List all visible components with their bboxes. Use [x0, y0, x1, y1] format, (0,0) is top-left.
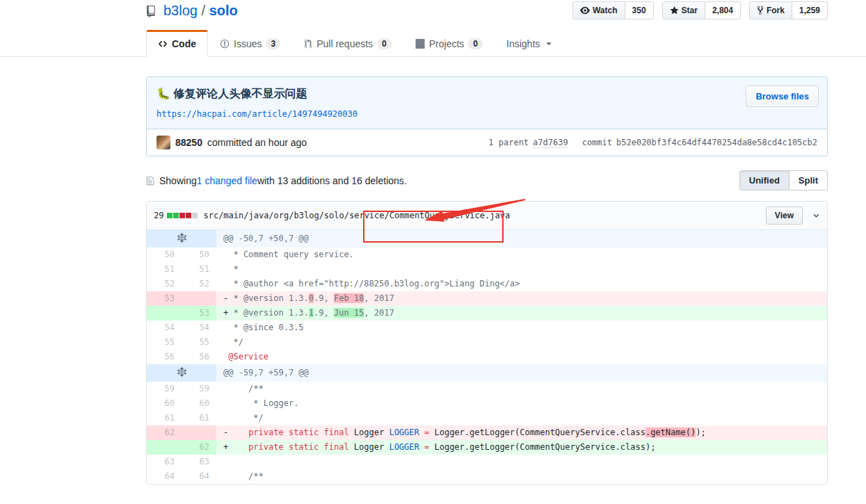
tab-insights[interactable]: Insights [495, 30, 564, 57]
code-line: * @since 0.3.5 [216, 320, 827, 335]
star-count[interactable]: 2,804 [705, 1, 741, 19]
commit-description-link[interactable]: https://hacpai.com/article/1497494920030 [157, 109, 358, 119]
expand-hunk-button[interactable] [147, 230, 216, 247]
project-icon [415, 39, 425, 49]
pulls-count-badge: 0 [377, 38, 392, 49]
new-line-number[interactable] [182, 291, 216, 306]
old-line-number[interactable]: 54 [147, 320, 182, 335]
projects-count-badge: 0 [468, 38, 483, 49]
unfold-icon [177, 367, 186, 377]
old-line-number[interactable]: 55 [147, 335, 182, 350]
old-line-number[interactable]: 59 [147, 382, 182, 396]
commit-box: 🐛 修复评论人头像不显示问题 Browse files https://hacp… [146, 76, 828, 156]
commit-label: commit [582, 138, 612, 147]
file-icon [146, 176, 154, 186]
star-button[interactable]: Star [662, 1, 705, 19]
diff-toc: Showing1 changed filewith 13 additions a… [146, 170, 828, 190]
diff-line-row: 53+ * @version 1.3.1.9, Jun 15, 2017 [147, 306, 827, 320]
diffstat: 29 [154, 211, 198, 220]
new-line-number[interactable]: 61 [182, 411, 216, 425]
old-line-number[interactable]: 62 [147, 425, 182, 440]
diff-line-row: 6161 */ [147, 411, 827, 425]
watch-group: Watch 350 [572, 1, 654, 19]
commit-meta: 88250 committed an hour ago 1 parent a7d… [147, 129, 827, 156]
issue-icon [220, 39, 230, 49]
old-line-number[interactable]: 64 [147, 469, 182, 484]
hunk-header-text: @@ -59,7 +59,7 @@ [216, 364, 827, 382]
diff-line-row: 5959 /** [147, 382, 827, 396]
old-line-number[interactable]: 61 [147, 411, 182, 425]
new-line-number[interactable]: 62 [182, 440, 216, 455]
diffstat-count: 29 [154, 211, 163, 220]
diffstat-block-deleted [186, 213, 191, 218]
new-line-number[interactable]: 59 [182, 382, 216, 396]
parent-label: 1 parent [488, 138, 529, 147]
diff-file: 29 src/main/java/org/b3log/solo/service/… [146, 201, 828, 485]
code-line: + private static final Logger LOGGER = L… [216, 440, 827, 455]
page-header: b3log / solo Watch 350 Star 2,804 [0, 0, 866, 57]
changed-files-summary: Showing1 changed filewith 13 additions a… [159, 175, 407, 186]
expand-hunk-button[interactable] [147, 364, 216, 382]
new-line-number[interactable]: 51 [182, 262, 216, 277]
fork-count[interactable]: 1,259 [792, 1, 828, 19]
diffstat-block-neutral [192, 213, 198, 218]
split-button[interactable]: Split [789, 170, 828, 190]
tab-code[interactable]: Code [146, 30, 208, 57]
diff-table-body: @@ -50,7 +50,7 @@5050 * Comment query se… [147, 230, 827, 484]
code-line: - * @version 1.3.0.9, Feb 18, 2017 [216, 291, 827, 306]
old-line-number[interactable] [147, 306, 182, 320]
diff-line-row: 6363 [147, 455, 827, 469]
star-icon [670, 6, 679, 15]
author-login[interactable]: 88250 [175, 137, 202, 148]
watch-count[interactable]: 350 [625, 1, 654, 19]
new-line-number[interactable]: 54 [182, 320, 216, 335]
new-line-number[interactable]: 64 [182, 469, 216, 484]
file-options-chevron[interactable] [812, 211, 820, 220]
old-line-number[interactable]: 56 [147, 350, 182, 364]
new-line-number[interactable]: 56 [182, 350, 216, 364]
code-line: @Service [216, 350, 827, 364]
repo-icon [146, 6, 158, 17]
parent-sha-link[interactable]: a7d7639 [533, 138, 568, 148]
unified-button[interactable]: Unified [739, 170, 789, 190]
fork-group: Fork 1,259 [749, 1, 828, 19]
new-line-number[interactable]: 63 [182, 455, 216, 469]
view-file-button[interactable]: View [766, 206, 803, 225]
diff-line-row: 5151 * [147, 262, 827, 277]
new-line-number[interactable]: 60 [182, 396, 216, 411]
code-line [216, 455, 827, 469]
new-line-number[interactable] [182, 425, 216, 440]
diff-line-row: 6060 * Logger. [147, 396, 827, 411]
pull-request-icon [304, 39, 312, 49]
new-line-number[interactable]: 55 [182, 335, 216, 350]
repo-owner-link[interactable]: b3log [163, 3, 198, 18]
diff-line-row: 62- private static final Logger LOGGER =… [147, 425, 827, 440]
fork-button[interactable]: Fork [749, 1, 792, 19]
unfold-icon [177, 233, 186, 243]
old-line-number[interactable]: 53 [147, 291, 182, 306]
repo-name-link[interactable]: solo [209, 3, 238, 18]
old-line-number[interactable]: 50 [147, 247, 182, 262]
tab-pull-requests[interactable]: Pull requests 0 [292, 30, 403, 57]
watch-button[interactable]: Watch [572, 1, 625, 19]
tab-projects[interactable]: Projects 0 [403, 30, 495, 57]
old-line-number[interactable]: 63 [147, 455, 182, 469]
old-line-number[interactable]: 60 [147, 396, 182, 411]
old-line-number[interactable] [147, 440, 182, 455]
file-path[interactable]: src/main/java/org/b3log/solo/service/Com… [203, 211, 510, 220]
old-line-number[interactable]: 52 [147, 277, 182, 291]
tab-issues[interactable]: Issues 3 [208, 30, 292, 57]
diff-line-row: 5656 @Service [147, 350, 827, 364]
new-line-number[interactable]: 52 [182, 277, 216, 291]
new-line-number[interactable]: 53 [182, 306, 216, 320]
diff-line-row: 5252 * @author <a href="http://88250.b3l… [147, 277, 827, 291]
commit-description: https://hacpai.com/article/1497494920030 [157, 109, 817, 119]
browse-files-button[interactable]: Browse files [746, 86, 819, 107]
old-line-number[interactable]: 51 [147, 262, 182, 277]
new-line-number[interactable]: 50 [182, 247, 216, 262]
repo-nav: Code Issues 3 Pull requests 0 Projects 0… [0, 30, 866, 57]
diffstat-blocks [167, 213, 198, 218]
author-avatar[interactable] [157, 136, 170, 149]
changed-file-link[interactable]: 1 changed file [197, 175, 257, 186]
code-line: * @author <a href="http://88250.b3log.or… [216, 277, 827, 291]
